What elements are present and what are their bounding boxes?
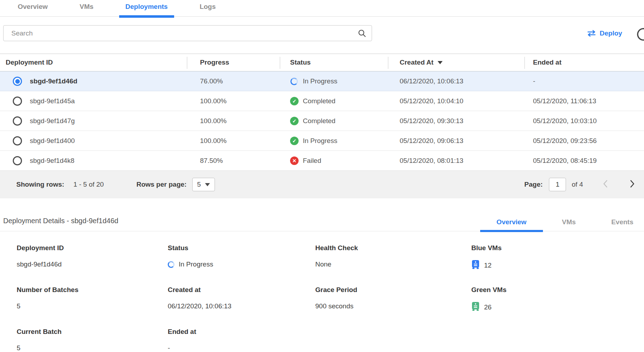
toolbar: Deploy — [0, 17, 644, 54]
details-tab-overview[interactable]: Overview — [495, 218, 528, 231]
table-row[interactable]: sbgd-9ef1d4k8 87.50% Failed 05/12/2020, … — [0, 151, 644, 171]
field-green-vms: Green VMs 26 — [471, 286, 644, 313]
progress-cell: 76.00% — [187, 77, 280, 85]
rows-per-page-select[interactable]: 5 — [192, 178, 215, 191]
search-field-wrap — [3, 25, 372, 41]
rows-per-page-value: 5 — [197, 181, 201, 188]
page-number-input[interactable] — [549, 178, 566, 191]
status-cell: In Progress — [303, 137, 337, 145]
field-label: Ended at — [168, 328, 315, 336]
field-value: 12 — [484, 262, 492, 269]
in-progress-spinner-icon — [168, 261, 174, 268]
search-icon — [358, 29, 366, 39]
page-total: of 4 — [572, 181, 583, 188]
created-at-cell: 05/12/2020, 08:01:13 — [388, 157, 524, 165]
table-row[interactable]: sbgd-9ef1d47g 100.00% Completed 05/12/20… — [0, 111, 644, 131]
table-row[interactable]: sbgd-9ef1d45a 100.00% Completed 05/12/20… — [0, 91, 644, 111]
created-at-cell: 06/12/2020, 10:06:13 — [388, 77, 524, 85]
field-value: 06/12/2020, 10:06:13 — [168, 302, 232, 310]
tab-vms[interactable]: VMs — [78, 3, 95, 16]
field-label: Green VMs — [471, 286, 644, 294]
details-tab-events[interactable]: Events — [610, 218, 635, 231]
field-grace-period: Grace Period 900 seconds — [315, 286, 471, 313]
status-icon — [290, 78, 298, 85]
deploy-button[interactable]: Deploy — [587, 29, 622, 37]
radio-button[interactable] — [13, 156, 22, 165]
deployment-id-cell: sbgd-9ef1d400 — [30, 137, 75, 145]
field-label: Grace Period — [315, 286, 471, 294]
showing-rows-value: 1 - 5 of 20 — [73, 181, 104, 188]
sort-desc-icon[interactable] — [438, 61, 443, 64]
table-header-row: Deployment ID Progress Status Created At… — [0, 54, 644, 71]
created-at-cell: 05/12/2020, 09:06:13 — [388, 137, 524, 145]
status-cell: Failed — [303, 157, 321, 165]
field-label: Status — [168, 244, 315, 252]
deployments-table: Deployment ID Progress Status Created At… — [0, 54, 644, 198]
rows-per-page-label: Rows per page: — [137, 181, 187, 188]
deployment-id-cell: sbgd-9ef1d47g — [30, 117, 75, 125]
status-icon — [290, 156, 299, 165]
column-header-status[interactable]: Status — [280, 54, 388, 71]
column-header-deployment-id[interactable]: Deployment ID — [0, 54, 187, 71]
refresh-icon[interactable] — [635, 27, 644, 44]
column-header-ended-at[interactable]: Ended at — [524, 54, 644, 71]
progress-cell: 100.00% — [187, 117, 280, 125]
tab-overview[interactable]: Overview — [16, 3, 49, 16]
green-vm-icon — [471, 302, 480, 313]
status-cell: Completed — [303, 97, 335, 105]
radio-button[interactable] — [13, 116, 22, 126]
progress-cell: 87.50% — [187, 157, 280, 165]
field-status: Status In Progress — [168, 244, 315, 271]
details-title: Deployment Details - sbgd-9ef1d46d — [0, 217, 118, 231]
deployment-details-section: Deployment Details - sbgd-9ef1d46d Overv… — [0, 217, 644, 352]
details-tab-vms[interactable]: VMs — [561, 218, 577, 231]
blue-vm-icon — [471, 260, 480, 271]
field-label: Created at — [168, 286, 315, 294]
empty-cell — [471, 328, 644, 352]
details-grid: Deployment ID sbgd-9ef1d46d Status In Pr… — [0, 231, 644, 352]
deployment-id-cell: sbgd-9ef1d4k8 — [30, 157, 74, 165]
table-row[interactable]: sbgd-9ef1d400 100.00% In Progress 05/12/… — [0, 131, 644, 151]
created-at-cell: 05/12/2020, 09:30:13 — [388, 117, 524, 125]
radio-button[interactable] — [13, 136, 22, 145]
tab-logs[interactable]: Logs — [198, 3, 217, 16]
field-value: - — [168, 344, 170, 352]
status-cell: In Progress — [303, 77, 337, 85]
empty-cell — [315, 328, 471, 352]
status-cell: Completed — [303, 117, 335, 125]
field-value: In Progress — [179, 260, 213, 268]
details-header: Deployment Details - sbgd-9ef1d46d Overv… — [0, 217, 644, 231]
chevron-left-icon[interactable] — [603, 180, 608, 190]
radio-button[interactable] — [13, 77, 22, 86]
search-input[interactable] — [3, 25, 372, 41]
field-value: 900 seconds — [315, 302, 354, 310]
column-header-created-at[interactable]: Created At — [388, 54, 524, 71]
field-health-check: Health Check None — [315, 244, 471, 271]
ended-at-cell: 05/12/2020, 08:45:19 — [524, 157, 644, 165]
field-label: Health Check — [315, 244, 471, 252]
status-icon — [290, 137, 299, 145]
column-header-progress[interactable]: Progress — [187, 54, 280, 71]
progress-cell: 100.00% — [187, 97, 280, 105]
field-value: 26 — [484, 303, 492, 311]
field-created-at: Created at 06/12/2020, 10:06:13 — [168, 286, 315, 313]
chevron-down-icon — [205, 183, 210, 186]
field-value: 5 — [17, 302, 21, 310]
field-value: sbgd-9ef1d46d — [17, 260, 62, 268]
showing-rows-label: Showing rows: — [16, 181, 64, 188]
tab-deployments[interactable]: Deployments — [124, 3, 169, 16]
field-ended-at: Ended at - — [168, 328, 315, 352]
radio-button[interactable] — [13, 97, 22, 106]
main-tabbar: Overview VMs Deployments Logs — [0, 0, 644, 17]
field-value: 5 — [17, 344, 21, 352]
ended-at-cell: 05/12/2020, 11:06:13 — [524, 97, 644, 105]
created-at-cell: 05/12/2020, 10:04:10 — [388, 97, 524, 105]
field-deployment-id: Deployment ID sbgd-9ef1d46d — [17, 244, 168, 271]
table-pagination-bar: Showing rows: 1 - 5 of 20 Rows per page:… — [0, 171, 644, 198]
table-row[interactable]: sbgd-9ef1d46d 76.00% In Progress 06/12/2… — [0, 71, 644, 91]
deployment-id-cell: sbgd-9ef1d45a — [30, 97, 75, 105]
ended-at-cell: 05/12/2020, 09:23:56 — [524, 137, 644, 145]
deploy-button-label: Deploy — [600, 29, 622, 37]
field-blue-vms: Blue VMs 12 — [471, 244, 644, 271]
chevron-right-icon[interactable] — [630, 180, 635, 190]
